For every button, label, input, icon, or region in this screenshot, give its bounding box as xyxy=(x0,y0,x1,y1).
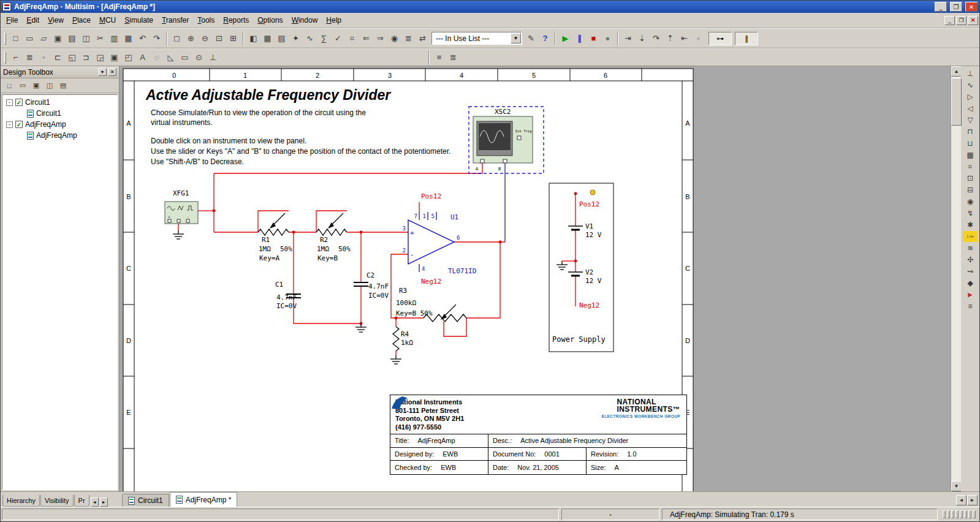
step-out-button[interactable]: ⇡ xyxy=(663,32,677,45)
v2-value-label[interactable]: 12 V xyxy=(585,277,602,285)
c1-ref-label[interactable]: C1 xyxy=(275,281,283,289)
on-page-connector-icon[interactable]: ⊙ xyxy=(192,51,206,64)
place-title-block-icon[interactable]: ▭ xyxy=(178,51,192,64)
spreadsheet-view-button[interactable]: ▦ xyxy=(260,32,275,45)
place-analog-icon[interactable]: ▽ xyxy=(963,115,978,126)
place-electromechanical-icon[interactable]: ✣ xyxy=(963,254,978,265)
r3-key-label[interactable]: Key=B 50% xyxy=(396,309,433,317)
place-ni-component-icon[interactable]: ◆ xyxy=(963,278,978,289)
place-comment-icon[interactable]: ◌ xyxy=(150,51,164,64)
xfg1-ref-label[interactable]: XFG1 xyxy=(173,189,189,197)
menu-simulate[interactable]: Simulate xyxy=(120,13,158,27)
postprocessor-button[interactable]: ∑ xyxy=(317,32,331,45)
menu-reports[interactable]: Reports xyxy=(219,13,253,27)
run-button[interactable]: ▶ xyxy=(558,32,572,45)
xfg1-function-generator[interactable] xyxy=(165,202,198,224)
design-tree[interactable]: -✓Circuit1Circuit1-✓AdjFreqAmpAdjFreqAmp xyxy=(2,94,118,490)
place-ttl-icon[interactable]: ⊓ xyxy=(963,126,978,137)
c2-ref-label[interactable]: C2 xyxy=(367,271,374,279)
hierarchical-block-icon[interactable]: ▣ xyxy=(107,51,121,64)
minimize-button[interactable]: _ xyxy=(935,2,947,12)
menu-window[interactable]: Window xyxy=(287,13,322,27)
place-bus-family-icon[interactable]: ≡ xyxy=(963,301,978,312)
place-rf-icon[interactable]: ≋ xyxy=(963,243,978,254)
place-junction-icon[interactable]: ◦ xyxy=(37,51,51,64)
c2-ic-label[interactable]: IC=0V xyxy=(368,292,389,300)
dropdown-arrow-icon[interactable]: ▼ xyxy=(511,33,521,44)
virtual-meter-icon[interactable]: 1.4v xyxy=(963,231,978,242)
toolbox-tab-scroll-right-icon[interactable]: ► xyxy=(100,497,108,507)
new-button[interactable]: □ xyxy=(9,32,23,45)
power-pos12-label[interactable]: Pos12 xyxy=(579,200,599,208)
menu-place[interactable]: Place xyxy=(68,13,95,27)
place-wire-icon[interactable]: ⌐ xyxy=(9,51,23,64)
run-arrow-icon[interactable]: ► xyxy=(963,289,978,300)
tree-node-label[interactable]: AdjFreqAmp xyxy=(25,120,66,129)
r1-percent-label[interactable]: 50% xyxy=(280,245,292,253)
r3-value-label[interactable]: 100kΩ xyxy=(396,299,416,307)
v1-value-label[interactable]: 12 V xyxy=(585,231,602,239)
pos12-net-label[interactable]: Pos12 xyxy=(421,192,441,200)
zoom-in-button[interactable]: ⊕ xyxy=(184,32,198,45)
database-manager-button[interactable]: ▤ xyxy=(275,32,289,45)
toolbox-save-icon[interactable]: ▣ xyxy=(30,80,42,91)
back-annotate-button[interactable]: ⇐ xyxy=(359,32,373,45)
step-over-button[interactable]: ↷ xyxy=(649,32,663,45)
menu-mcu[interactable]: MCU xyxy=(95,13,120,27)
tree-expander-icon[interactable]: - xyxy=(6,99,13,106)
forward-annotate-button[interactable]: ⇒ xyxy=(373,32,387,45)
r3-ref-label[interactable]: R3 xyxy=(399,287,407,295)
menu-tools[interactable]: Tools xyxy=(193,13,219,27)
place-mixed-icon[interactable]: ⊟ xyxy=(963,184,978,195)
cut-button[interactable]: ✂ xyxy=(93,32,107,45)
edit-symbol-button[interactable]: ✎ xyxy=(524,32,538,45)
restore-button[interactable]: ❐ xyxy=(950,2,962,12)
menu-file[interactable]: File xyxy=(2,13,22,27)
r2-value-label[interactable]: 1MΩ xyxy=(317,245,329,253)
vertical-scroll-track[interactable] xyxy=(951,77,961,481)
print-preview-button[interactable]: ◫ xyxy=(79,32,93,45)
open-sample-button[interactable]: ▱ xyxy=(37,32,51,45)
place-diode-icon[interactable]: ▷ xyxy=(963,91,978,102)
title-block[interactable]: National Instruments 801-111 Peter Stree… xyxy=(390,395,687,475)
undo-button[interactable]: ↶ xyxy=(135,32,150,45)
scroll-down-button[interactable]: ▼ xyxy=(951,481,962,491)
r4-value-label[interactable]: 1kΩ xyxy=(401,339,413,347)
menu-view[interactable]: View xyxy=(44,13,68,27)
power-neg12-label[interactable]: Neg12 xyxy=(579,301,599,309)
u1-part-label[interactable]: TL071ID xyxy=(448,267,476,275)
sheet-tab-adjfreqamp-[interactable]: AdjFreqAmp * xyxy=(170,492,238,507)
multisim-app-icon[interactable] xyxy=(2,2,11,11)
place-graphics-icon[interactable]: ◺ xyxy=(164,51,178,64)
horizontal-tile-icon[interactable]: ≡ xyxy=(432,51,446,64)
place-source-icon[interactable]: ⊥ xyxy=(963,68,978,79)
pause-at-next-instruction-button[interactable]: ⇥ xyxy=(621,32,635,45)
open-button[interactable]: ▭ xyxy=(23,32,37,45)
r2-key-label[interactable]: Key=B xyxy=(317,254,338,262)
redo-button[interactable]: ↷ xyxy=(150,32,164,45)
vertical-tile-icon[interactable]: ≣ xyxy=(446,51,460,64)
tree-checkbox[interactable]: ✓ xyxy=(15,99,23,106)
toolbox-tab-visibility[interactable]: Visibility xyxy=(40,495,74,507)
schematic-canvas[interactable]: 0 1 2 3 4 5 6 A B C D E A B C D E xyxy=(120,66,951,491)
zoom-fit-button[interactable]: ⊞ xyxy=(226,32,240,45)
fullscreen-button[interactable]: ◻ xyxy=(170,32,184,45)
place-mcu-module-icon[interactable]: ▦ xyxy=(963,149,978,161)
menu-options[interactable]: Options xyxy=(253,13,287,27)
vertical-scrollbar[interactable]: ▲ ▼ xyxy=(951,66,961,491)
bill-of-materials-button[interactable]: ≣ xyxy=(401,32,416,45)
toggle-breakpoint-button[interactable]: ◦ xyxy=(691,32,705,45)
bus-hb-connector-icon[interactable]: ⊐ xyxy=(79,51,93,64)
place-connector-icon[interactable]: ⊸ xyxy=(963,266,978,277)
copy-button[interactable]: ▥ xyxy=(107,32,121,45)
u1-ref-label[interactable]: U1 xyxy=(450,213,458,221)
run-to-cursor-button[interactable]: ⇤ xyxy=(677,32,691,45)
electrical-rules-check-button[interactable]: ✓ xyxy=(331,32,345,45)
component-wizard-button[interactable]: ✦ xyxy=(289,32,303,45)
save-button[interactable]: ▣ xyxy=(51,32,65,45)
print-button[interactable]: ▤ xyxy=(65,32,79,45)
menu-edit[interactable]: Edit xyxy=(22,13,44,27)
xsc2-ref-label[interactable]: XSC2 xyxy=(495,108,511,116)
global-connector-icon[interactable]: ⊥ xyxy=(206,51,220,64)
pause-switch[interactable]: ∥ xyxy=(735,32,758,45)
